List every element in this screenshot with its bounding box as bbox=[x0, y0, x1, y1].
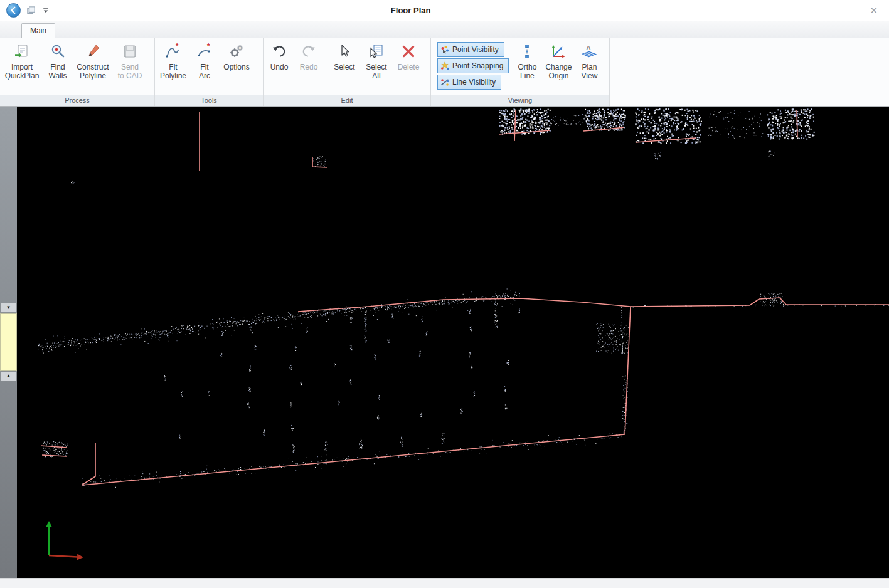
button-label: View bbox=[582, 72, 598, 81]
fit-polyline-icon: * bbox=[165, 41, 181, 61]
group-label-edit: Edit bbox=[264, 95, 430, 106]
ribbon-group-viewing: Point Visibility Point Snapping Line Vis… bbox=[431, 38, 610, 106]
construct-polyline-button[interactable]: Construct Polyline bbox=[73, 39, 113, 95]
window-title: Floor Plan bbox=[391, 6, 431, 15]
select-all-icon bbox=[368, 41, 385, 61]
quick-access-copy-button[interactable] bbox=[25, 4, 37, 16]
button-label: Delete bbox=[398, 63, 420, 72]
ortho-line-button[interactable]: Ortho Line bbox=[513, 39, 541, 95]
toggle-label: Line Visibility bbox=[452, 78, 496, 87]
plan-view-icon: A bbox=[581, 41, 597, 61]
sidebar-highlight-swatch[interactable] bbox=[0, 313, 17, 371]
change-origin-icon bbox=[550, 41, 567, 61]
fit-polyline-button[interactable]: * Fit Polyline bbox=[156, 39, 190, 95]
ortho-line-icon bbox=[519, 41, 535, 61]
ribbon-tab-row: Main bbox=[0, 21, 889, 38]
ribbon-group-tools: * Fit Polyline * Fit Arc Options Tools bbox=[155, 38, 264, 106]
point-visibility-toggle[interactable]: Point Visibility bbox=[437, 42, 504, 57]
plan-view-button[interactable]: A Plan View bbox=[575, 39, 603, 95]
button-label: Undo bbox=[270, 63, 289, 72]
delete-button[interactable]: Delete bbox=[393, 39, 424, 95]
group-label-process: Process bbox=[0, 95, 154, 106]
ribbon-empty-area bbox=[610, 38, 889, 106]
point-cloud-viewport[interactable] bbox=[17, 107, 889, 578]
options-button[interactable]: Options bbox=[219, 39, 254, 95]
button-label: Change bbox=[545, 63, 572, 72]
ribbon-group-process: Import QuickPlan Find Walls Construct Po… bbox=[0, 38, 155, 106]
button-label: Send bbox=[121, 63, 139, 72]
construct-polyline-icon bbox=[85, 41, 101, 61]
button-label: Select bbox=[334, 63, 354, 72]
find-walls-icon bbox=[50, 41, 66, 61]
ribbon: Import QuickPlan Find Walls Construct Po… bbox=[0, 38, 889, 107]
point-snapping-toggle[interactable]: Point Snapping bbox=[437, 58, 509, 73]
chevron-down-icon bbox=[43, 8, 49, 14]
fit-arc-button[interactable]: * Fit Arc bbox=[190, 39, 219, 95]
group-label-viewing: Viewing bbox=[431, 95, 609, 106]
button-label: Select bbox=[366, 63, 386, 72]
tab-main[interactable]: Main bbox=[21, 23, 55, 38]
window-titlebar: Floor Plan ✕ bbox=[0, 0, 889, 21]
toggle-label: Point Snapping bbox=[452, 61, 503, 70]
options-gears-icon bbox=[228, 41, 245, 61]
point-snapping-icon bbox=[440, 61, 449, 70]
select-all-button[interactable]: Select All bbox=[360, 39, 393, 95]
sidebar-scroll-up-button[interactable]: ▲ bbox=[0, 371, 17, 381]
button-label: Plan bbox=[582, 63, 597, 72]
button-label: Import bbox=[11, 63, 33, 72]
back-button[interactable] bbox=[6, 3, 21, 18]
button-label: Construct bbox=[77, 63, 109, 72]
line-visibility-toggle[interactable]: Line Visibility bbox=[437, 75, 501, 90]
button-label: Find bbox=[50, 63, 65, 72]
button-label: Polyline bbox=[160, 72, 186, 81]
quick-access-dropdown-button[interactable] bbox=[41, 6, 50, 15]
button-label: to CAD bbox=[118, 72, 142, 81]
sidebar-scroll-down-button[interactable]: ▼ bbox=[0, 303, 17, 313]
button-label: Fit bbox=[200, 63, 208, 72]
button-label: Redo bbox=[300, 63, 318, 72]
button-label: Line bbox=[520, 72, 535, 81]
button-label: Walls bbox=[49, 72, 67, 81]
undo-button[interactable]: Undo bbox=[265, 39, 294, 95]
point-visibility-icon bbox=[440, 45, 449, 54]
import-quickplan-icon bbox=[14, 41, 30, 61]
group-label-tools: Tools bbox=[155, 95, 263, 106]
button-label: Origin bbox=[548, 72, 568, 81]
send-to-cad-button[interactable]: Send to CAD bbox=[113, 39, 147, 95]
close-button[interactable]: ✕ bbox=[866, 4, 881, 18]
status-bar bbox=[0, 578, 889, 588]
back-arrow-icon bbox=[7, 4, 20, 17]
button-label: Arc bbox=[199, 72, 210, 81]
delete-x-icon bbox=[400, 41, 417, 61]
line-visibility-icon bbox=[440, 78, 449, 87]
change-origin-button[interactable]: Change Origin bbox=[541, 39, 575, 95]
svg-text:*: * bbox=[176, 43, 179, 50]
ribbon-group-edit: Undo Redo Select Sel bbox=[264, 38, 431, 106]
button-label: Options bbox=[223, 63, 249, 72]
redo-icon bbox=[301, 41, 317, 61]
viewport-container bbox=[17, 107, 889, 578]
svg-text:*: * bbox=[207, 43, 210, 50]
button-label: QuickPlan bbox=[5, 72, 40, 81]
button-label: All bbox=[372, 72, 380, 81]
svg-text:A: A bbox=[587, 44, 591, 51]
send-to-cad-icon bbox=[122, 41, 138, 61]
select-button[interactable]: Select bbox=[329, 39, 360, 95]
left-side-strip: ▼ ▲ bbox=[0, 107, 17, 578]
toggle-label: Point Visibility bbox=[452, 45, 499, 54]
find-walls-button[interactable]: Find Walls bbox=[43, 39, 73, 95]
button-label: Fit bbox=[169, 63, 177, 72]
button-label: Ortho bbox=[518, 63, 536, 72]
layered-windows-icon bbox=[26, 6, 36, 15]
select-cursor-icon bbox=[336, 41, 353, 61]
button-label: Polyline bbox=[80, 72, 106, 81]
import-quickplan-button[interactable]: Import QuickPlan bbox=[1, 39, 43, 95]
redo-button[interactable]: Redo bbox=[294, 39, 324, 95]
undo-icon bbox=[271, 41, 287, 61]
fit-arc-icon: * bbox=[196, 41, 213, 61]
